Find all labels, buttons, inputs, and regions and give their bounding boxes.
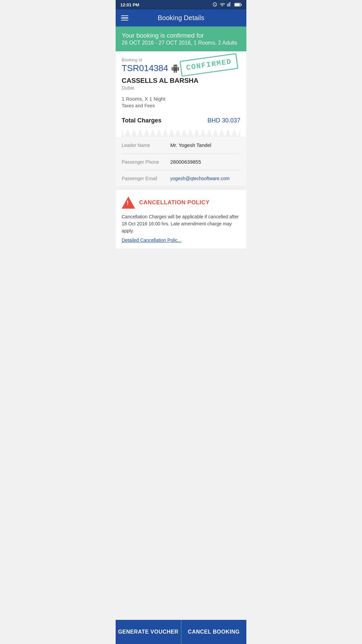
status-time: 12:01 PM <box>120 2 139 7</box>
alarm-icon <box>212 2 218 7</box>
leader-name-row: Leader Name Mr. Yogesh Tandel <box>122 137 240 154</box>
hotel-name: CASSELLS AL BARSHA <box>122 77 240 85</box>
menu-button[interactable] <box>121 15 128 21</box>
confirm-line1: Your booking is confirmed for <box>122 32 240 39</box>
generate-voucher-button[interactable]: GENERATE VOUCHER <box>116 620 181 644</box>
email-label: Passenger Email <box>122 176 170 181</box>
phone-value: 28000639855 <box>170 159 201 165</box>
booking-id: TSR014384 <box>122 63 168 73</box>
room-info: 1 Rooms, X 1 Night <box>122 96 240 102</box>
cancellation-text: Cancellation Charges will be applicable … <box>122 213 240 234</box>
battery-icon <box>234 3 242 7</box>
confirmed-stamp: CONFIRMED <box>180 53 239 76</box>
cancel-booking-button[interactable]: CANCEL BOOKING <box>181 620 247 644</box>
booking-id-left: TSR014384 <box>122 63 180 73</box>
bottom-buttons: GENERATE VOUCHER CANCEL BOOKING <box>116 620 246 644</box>
confirm-banner: Your booking is confirmed for 26 OCT 201… <box>116 26 246 51</box>
phone-row: Passenger Phone 28000639855 <box>122 154 240 170</box>
leader-name-label: Leader Name <box>122 143 170 148</box>
nav-bar: Booking Details <box>116 9 246 26</box>
passenger-section: Leader Name Mr. Yogesh Tandel Passenger … <box>116 137 246 186</box>
phone-label: Passenger Phone <box>122 159 170 165</box>
status-icons <box>212 2 242 7</box>
svg-rect-2 <box>241 4 242 5</box>
booking-id-row: TSR014384 CONFIRMED <box>122 63 240 73</box>
wifi-icon <box>220 2 225 7</box>
warning-icon <box>122 197 135 209</box>
booking-card: Booking Id TSR014384 CONFIRMED CASSELLS … <box>116 51 246 137</box>
android-icon <box>171 64 180 73</box>
svg-rect-1 <box>235 4 240 6</box>
email-value: yogesh@qtechsoftware.com <box>170 176 230 181</box>
leader-name-value: Mr. Yogesh Tandel <box>170 142 211 148</box>
zigzag-separator <box>122 129 240 137</box>
cancellation-title-row: CANCELLATION POLICY <box>122 197 240 209</box>
confirm-line2: 26 OCT 2016 - 27 OCT 2016, 1 Rooms, 2 Ad… <box>122 40 240 46</box>
cancellation-section: CANCELLATION POLICY Cancellation Charges… <box>116 190 246 249</box>
email-row: Passenger Email yogesh@qtechsoftware.com <box>122 170 240 186</box>
signal-icon <box>227 2 232 7</box>
taxes-fees-label: Taxes and Fees <box>122 103 240 108</box>
hotel-location: Dubai <box>122 85 240 91</box>
page-title: Booking Details <box>135 14 241 22</box>
total-charges-value: BHD 30.037 <box>207 117 240 124</box>
status-bar: 12:01 PM <box>116 0 246 9</box>
total-charges-label: Total Charges <box>122 117 162 124</box>
total-charges-row: Total Charges BHD 30.037 <box>122 112 240 129</box>
detailed-policy-link[interactable]: Detailed Cancellation Polic... <box>122 237 181 243</box>
cancellation-title: CANCELLATION POLICY <box>139 199 209 206</box>
